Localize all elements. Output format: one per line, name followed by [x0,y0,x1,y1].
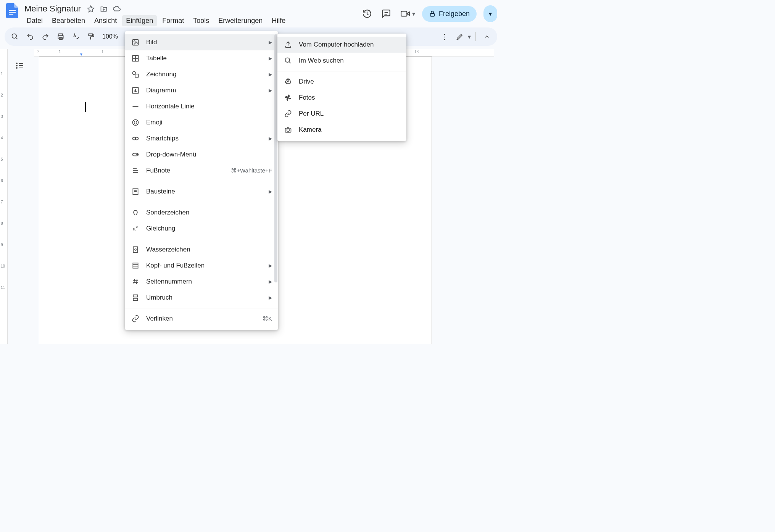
redo-icon[interactable] [39,30,52,43]
menu-item-label: Bild [146,39,269,46]
insert-item-link[interactable]: Verlinken⌘K [125,311,278,327]
share-dropdown[interactable]: ▾ [483,5,497,22]
submenu-arrow-icon: ▶ [269,56,272,61]
insert-item-headerfooter[interactable]: Kopf- und Fußzeilen▶ [125,258,278,274]
zoom-value[interactable]: 100% [100,33,120,40]
svg-rect-25 [135,74,138,77]
svg-text:2: 2 [136,225,138,229]
submenu-arrow-icon: ▶ [269,136,272,141]
paint-format-icon[interactable] [85,30,98,43]
image-submenu-dropdown: Vom Computer hochladenIm Web suchenDrive… [277,34,406,141]
submenu-arrow-icon: ▶ [269,40,272,45]
menu-scrollbar[interactable] [274,34,277,282]
docs-logo-icon[interactable] [5,3,20,18]
share-button[interactable]: Freigeben [422,6,477,22]
menu-item-label: Gleichung [146,225,272,232]
meet-icon[interactable] [399,8,411,20]
submenu-arrow-icon: ▶ [269,295,272,300]
collapse-icon[interactable] [480,30,493,43]
dropdown-icon [131,150,140,159]
insert-item-drawing[interactable]: Zeichnung▶ [125,66,278,82]
camera-icon [284,125,293,134]
menu-item-label: Umbruch [146,294,269,301]
hr-icon [131,102,140,111]
svg-point-46 [135,249,137,251]
svg-point-7 [12,34,17,39]
image-item-url[interactable]: Per URL [277,106,406,122]
menu-datei[interactable]: Datei [23,15,47,26]
menu-tools[interactable]: Tools [189,15,213,26]
menu-bearbeiten[interactable]: Bearbeiten [48,15,89,26]
star-icon[interactable] [86,4,95,13]
edit-mode-icon[interactable] [453,30,466,43]
move-icon[interactable] [99,4,108,13]
menu-erweiterungen[interactable]: Erweiterungen [214,15,266,26]
svg-point-56 [285,58,290,63]
menu-einfuegen[interactable]: Einfügen [122,15,157,26]
insert-item-equation[interactable]: π2Gleichung [125,221,278,237]
menu-item-label: Wasserzeichen [146,246,272,253]
more-toolbar-icon[interactable]: ⋮ [438,30,451,43]
menu-item-label: Verlinken [146,315,263,322]
svg-line-51 [137,279,137,284]
menu-ansicht[interactable]: Ansicht [90,15,121,26]
link-icon [131,314,140,323]
svg-rect-6 [430,13,435,16]
comments-icon[interactable] [380,8,392,20]
history-icon[interactable] [361,8,373,20]
insert-item-image[interactable]: Bild▶ [125,34,278,50]
image-item-drive[interactable]: Drive [277,74,406,90]
image-icon [131,38,140,47]
svg-point-20 [134,41,135,42]
footnote-icon [131,166,140,175]
menu-divider [125,239,278,239]
submenu-arrow-icon: ▶ [269,72,272,77]
menu-item-label: Tabelle [146,55,269,62]
cloud-status-icon[interactable] [112,4,121,13]
svg-line-50 [134,279,135,284]
menu-item-label: Bausteine [146,188,269,195]
insert-item-emoji[interactable]: Emoji [125,114,278,131]
image-item-upload[interactable]: Vom Computer hochladen [277,37,406,53]
menu-item-label: Fotos [299,94,400,102]
insert-item-blocks[interactable]: Bausteine▶ [125,184,278,200]
menu-format[interactable]: Format [158,15,188,26]
svg-rect-45 [133,247,138,253]
menu-item-label: Emoji [146,119,272,126]
insert-item-hr[interactable]: Horizontale Linie [125,98,278,114]
menu-item-label: Sonderzeichen [146,209,272,216]
insert-item-dropdown[interactable]: Drop-down-Menü [125,147,278,163]
menu-item-label: Diagramm [146,87,269,94]
insert-item-watermark[interactable]: Wasserzeichen [125,242,278,258]
insert-item-table[interactable]: Tabelle▶ [125,50,278,66]
insert-item-omega[interactable]: Sonderzeichen [125,205,278,221]
menu-divider [125,308,278,308]
drawing-icon [131,70,140,79]
svg-point-33 [136,122,137,123]
emoji-icon [131,118,140,127]
edit-mode-dropdown-icon[interactable]: ▾ [468,33,471,40]
print-icon[interactable] [54,30,67,43]
svg-rect-1 [9,12,16,13]
menu-item-label: Per URL [299,110,400,118]
insert-item-hash[interactable]: Seitennummern▶ [125,274,278,290]
indent-marker-icon[interactable]: ▼ [79,52,83,56]
undo-icon[interactable] [24,30,37,43]
insert-item-smartchip[interactable]: Smartchips▶ [125,131,278,147]
image-item-photos[interactable]: Fotos [277,90,406,106]
spellcheck-icon[interactable] [69,30,82,43]
insert-item-break[interactable]: Umbruch▶ [125,290,278,306]
svg-point-32 [134,122,135,123]
meet-dropdown-icon[interactable]: ▾ [412,10,415,18]
image-item-camera[interactable]: Kamera [277,122,406,138]
image-item-search[interactable]: Im Web suchen [277,53,406,69]
menu-bar: Datei Bearbeiten Ansicht Einfügen Format… [23,15,289,26]
svg-point-61 [287,129,290,132]
search-icon[interactable] [8,30,21,43]
document-title[interactable]: Meine Signatur [23,3,82,15]
share-label: Freigeben [439,10,470,18]
menu-item-label: Drop-down-Menü [146,151,272,158]
insert-item-footnote[interactable]: Fußnote⌘+Wahltaste+F [125,163,278,179]
menu-hilfe[interactable]: Hilfe [268,15,289,26]
insert-item-chart[interactable]: Diagramm▶ [125,82,278,98]
